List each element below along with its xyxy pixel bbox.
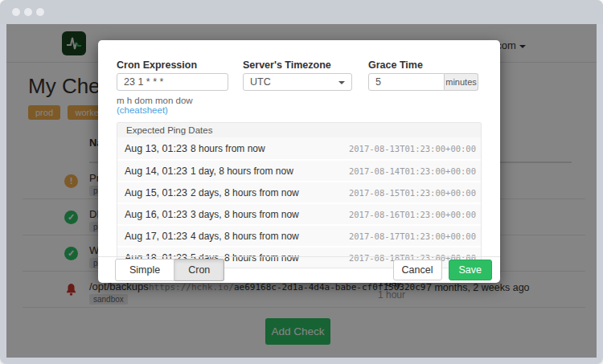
- cheatsheet-link[interactable]: (cheatsheet): [117, 105, 168, 115]
- ping-relative: 8 hours from now: [191, 143, 349, 154]
- grace-time-label: Grace Time: [368, 59, 478, 70]
- ping-date: Aug 13, 01:23: [125, 143, 191, 154]
- cron-helper-text: m h dom mon dow (cheatsheet): [117, 96, 228, 115]
- window-dot-icon[interactable]: [36, 8, 44, 16]
- ping-relative: 3 days, 8 hours from now: [191, 209, 349, 220]
- timezone-select[interactable]: UTC: [243, 73, 352, 91]
- window-dot-icon[interactable]: [12, 8, 20, 16]
- cancel-button[interactable]: Cancel: [393, 260, 442, 280]
- ping-iso: 2017-08-14T01:23:00+00:00: [349, 166, 476, 176]
- grace-time-input[interactable]: [368, 73, 445, 91]
- window-dot-icon[interactable]: [24, 8, 32, 16]
- ping-iso: 2017-08-16T01:23:00+00:00: [349, 210, 476, 219]
- ping-relative: 1 day, 8 hours from now: [191, 166, 349, 177]
- grace-input-group: minutes: [368, 73, 478, 91]
- simple-mode-button[interactable]: Simple: [115, 259, 174, 281]
- grace-time-group: Grace Time minutes: [368, 59, 478, 115]
- expected-ping-dates-panel: Expected Ping Dates Aug 13, 01:23 8 hour…: [117, 122, 482, 268]
- timezone-group: Server's Timezone UTC: [243, 59, 352, 115]
- browser-window: user@gmail.com My Checks prod worker Nam…: [0, 0, 603, 364]
- ping-date-row: Aug 15, 01:23 2 days, 8 hours from now 2…: [117, 181, 481, 202]
- ping-iso: 2017-08-13T01:23:00+00:00: [349, 144, 476, 153]
- panel-title: Expected Ping Dates: [117, 123, 481, 137]
- ping-date: Aug 15, 01:23: [125, 187, 191, 198]
- grace-unit-addon: minutes: [445, 73, 478, 91]
- ping-date-row: Aug 17, 01:23 4 days, 8 hours from now 2…: [117, 224, 481, 246]
- schedule-fields: Cron Expression m h dom mon dow (cheatsh…: [117, 59, 482, 115]
- cron-expression-input[interactable]: [117, 73, 228, 91]
- modal-footer: Simple Cron Cancel Save: [98, 256, 500, 283]
- cron-expression-label: Cron Expression: [117, 59, 228, 70]
- ping-date: Aug 16, 01:23: [125, 209, 191, 220]
- ping-relative: 4 days, 8 hours from now: [191, 231, 349, 242]
- ping-date-row: Aug 16, 01:23 3 days, 8 hours from now 2…: [117, 202, 481, 224]
- cron-schedule-modal: Cron Expression m h dom mon dow (cheatsh…: [98, 40, 500, 283]
- timezone-label: Server's Timezone: [243, 59, 352, 70]
- save-button[interactable]: Save: [449, 260, 493, 280]
- cron-helper-hint: m h dom mon dow: [117, 96, 193, 105]
- ping-date-row: Aug 14, 01:23 1 day, 8 hours from now 20…: [117, 159, 481, 181]
- ping-date: Aug 14, 01:23: [125, 166, 191, 177]
- window-titlebar: [0, 0, 603, 24]
- ping-date-row: Aug 13, 01:23 8 hours from now 2017-08-1…: [117, 137, 481, 159]
- cron-expression-group: Cron Expression m h dom mon dow (cheatsh…: [117, 59, 228, 115]
- modal-body: Cron Expression m h dom mon dow (cheatsh…: [98, 40, 500, 268]
- ping-iso: 2017-08-17T01:23:00+00:00: [349, 231, 476, 241]
- ping-relative: 2 days, 8 hours from now: [191, 187, 349, 198]
- cron-mode-button[interactable]: Cron: [174, 259, 224, 281]
- timezone-selected-value: UTC: [250, 76, 271, 88]
- ping-iso: 2017-08-15T01:23:00+00:00: [349, 188, 476, 198]
- caret-down-icon: [338, 81, 345, 84]
- ping-date: Aug 17, 01:23: [125, 231, 191, 242]
